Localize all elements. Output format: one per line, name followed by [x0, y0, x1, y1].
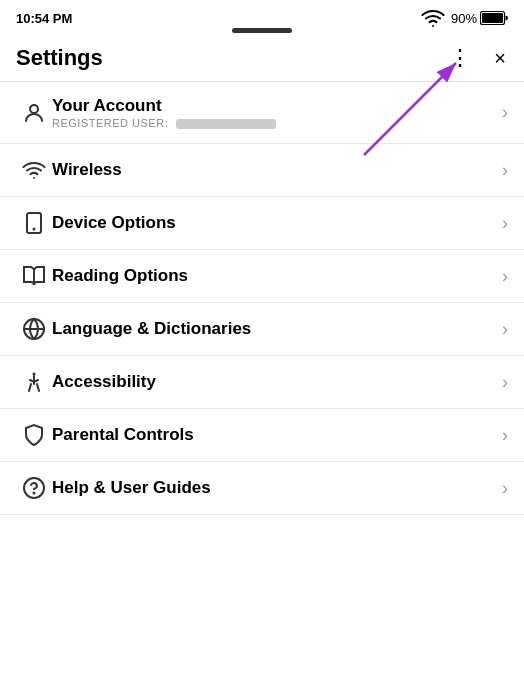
svg-point-5	[30, 105, 38, 113]
parental-chevron: ›	[502, 425, 508, 446]
page-title: Settings	[16, 45, 103, 71]
settings-item-parental-controls[interactable]: Parental Controls ›	[0, 409, 524, 462]
wireless-title: Wireless	[52, 160, 502, 180]
accessibility-content: Accessibility	[52, 372, 502, 392]
reading-title: Reading Options	[52, 266, 502, 286]
parental-icon	[16, 423, 52, 447]
reading-chevron: ›	[502, 266, 508, 287]
account-title: Your Account	[52, 96, 502, 116]
device-chevron: ›	[502, 213, 508, 234]
header-actions: ⋮ ×	[447, 45, 508, 71]
device-content: Device Options	[52, 213, 502, 233]
svg-point-0	[432, 25, 434, 27]
settings-item-your-account[interactable]: Your Account REGISTERED USER: ›	[0, 82, 524, 144]
wifi-icon	[421, 6, 445, 30]
parental-title: Parental Controls	[52, 425, 502, 445]
wireless-icon	[16, 158, 52, 182]
settings-item-wireless[interactable]: Wireless ›	[0, 144, 524, 197]
settings-item-accessibility[interactable]: Accessibility ›	[0, 356, 524, 409]
accessibility-icon	[16, 370, 52, 394]
settings-item-language[interactable]: Language & Dictionaries ›	[0, 303, 524, 356]
battery-icon	[480, 11, 508, 25]
status-time: 10:54 PM	[16, 11, 72, 26]
help-title: Help & User Guides	[52, 478, 502, 498]
svg-line-14	[37, 384, 39, 391]
reading-content: Reading Options	[52, 266, 502, 286]
help-chevron: ›	[502, 478, 508, 499]
device-title: Device Options	[52, 213, 502, 233]
svg-rect-2	[482, 13, 503, 23]
language-title: Language & Dictionaries	[52, 319, 502, 339]
blurred-email	[176, 119, 276, 129]
help-icon	[16, 476, 52, 500]
settings-list: Your Account REGISTERED USER: › Wireless…	[0, 82, 524, 515]
settings-item-help[interactable]: Help & User Guides ›	[0, 462, 524, 515]
battery-container: 90%	[451, 11, 508, 26]
account-subtitle: REGISTERED USER:	[52, 117, 502, 129]
wireless-chevron: ›	[502, 160, 508, 181]
settings-item-device-options[interactable]: Device Options ›	[0, 197, 524, 250]
battery-percent: 90%	[451, 11, 477, 26]
help-content: Help & User Guides	[52, 478, 502, 498]
device-icon	[16, 211, 52, 235]
account-content: Your Account REGISTERED USER:	[52, 96, 502, 129]
svg-line-13	[29, 384, 31, 391]
parental-content: Parental Controls	[52, 425, 502, 445]
reading-icon	[16, 264, 52, 288]
language-chevron: ›	[502, 319, 508, 340]
svg-point-6	[33, 177, 35, 179]
account-icon	[16, 101, 52, 125]
accessibility-chevron: ›	[502, 372, 508, 393]
account-chevron: ›	[502, 102, 508, 123]
settings-item-reading-options[interactable]: Reading Options ›	[0, 250, 524, 303]
notch-bar	[232, 28, 292, 33]
header: Settings ⋮ ×	[0, 35, 524, 82]
wireless-content: Wireless	[52, 160, 502, 180]
language-content: Language & Dictionaries	[52, 319, 502, 339]
close-button[interactable]: ×	[492, 46, 508, 70]
more-options-button[interactable]: ⋮	[447, 45, 474, 71]
accessibility-title: Accessibility	[52, 372, 502, 392]
language-icon	[16, 317, 52, 341]
status-icons: 90%	[421, 6, 508, 30]
